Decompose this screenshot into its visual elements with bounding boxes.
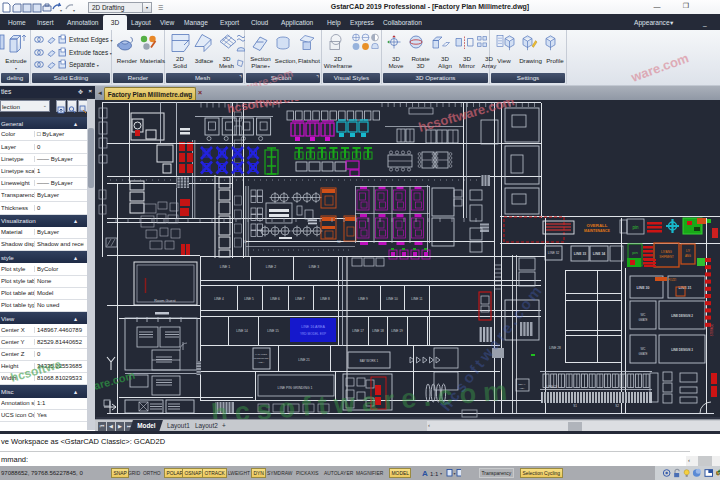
svg-text:LINE PIN GRINDING 1: LINE PIN GRINDING 1 xyxy=(278,386,313,390)
svg-text:Room Guest: Room Guest xyxy=(154,299,176,303)
svg-text:LINE 9: LINE 9 xyxy=(358,297,368,301)
svg-text:LINE 30: LINE 30 xyxy=(636,286,649,290)
svg-text:S1: S1 xyxy=(573,404,577,408)
svg-text:LINE 7: LINE 7 xyxy=(295,297,305,301)
svg-text:GMATE: GMATE xyxy=(638,318,647,322)
svg-text:LINE 17: LINE 17 xyxy=(352,329,364,333)
svg-text:LIYANG: LIYANG xyxy=(661,250,672,254)
svg-text:LINE 5: LINE 5 xyxy=(244,297,254,301)
svg-text:PRODUCTION: PRODUCTION xyxy=(254,357,269,359)
svg-text:WC: WC xyxy=(641,313,647,317)
svg-text:pin: pin xyxy=(632,250,638,255)
svg-text:VACATION: VACATION xyxy=(255,353,267,356)
svg-text:LINE 11: LINE 11 xyxy=(411,297,423,301)
svg-text:LINE 6: LINE 6 xyxy=(270,297,280,301)
svg-text:STORAGE: STORAGE xyxy=(710,323,714,336)
svg-text:LINE 25: LINE 25 xyxy=(547,385,558,389)
svg-text:LINE 32: LINE 32 xyxy=(548,251,560,255)
svg-text:LINE 2: LINE 2 xyxy=(266,265,276,269)
svg-text:OVERALL: OVERALL xyxy=(587,223,608,228)
svg-text:LINE 15: LINE 15 xyxy=(267,329,279,333)
svg-text:▾: ▾ xyxy=(73,8,75,13)
svg-text:LINE 18: LINE 18 xyxy=(372,329,384,333)
svg-text:LINE DESIGN 2: LINE DESIGN 2 xyxy=(671,314,693,318)
svg-text:LINE 16 AREA: LINE 16 AREA xyxy=(301,325,325,329)
svg-text:pin: pin xyxy=(632,225,639,230)
svg-text:BAY WORK 1: BAY WORK 1 xyxy=(360,359,379,363)
svg-text:LIY: LIY xyxy=(686,249,690,253)
svg-text:S2: S2 xyxy=(615,404,619,408)
svg-text:A: A xyxy=(422,469,428,478)
svg-text:LINE DESIGN 3: LINE DESIGN 3 xyxy=(671,348,693,352)
svg-text:▾: ▾ xyxy=(454,471,456,476)
svg-text:LINE 1: LINE 1 xyxy=(220,265,230,269)
svg-text:▾: ▾ xyxy=(60,8,62,13)
svg-text:LINE 10: LINE 10 xyxy=(386,297,398,301)
svg-text:MAINTENANCE: MAINTENANCE xyxy=(584,229,611,233)
svg-text:LINE 34: LINE 34 xyxy=(593,252,606,256)
svg-text:WC: WC xyxy=(641,347,647,351)
svg-text:LINE 28: LINE 28 xyxy=(549,346,561,350)
svg-text:▾: ▾ xyxy=(440,471,442,476)
svg-text:LINE 21: LINE 21 xyxy=(298,358,310,362)
svg-text:LINE 19: LINE 19 xyxy=(391,329,403,333)
svg-text:1:1: 1:1 xyxy=(430,471,439,477)
svg-text:POZZI: POZZI xyxy=(668,278,676,282)
svg-text:ANG: ANG xyxy=(685,254,691,258)
svg-text:LINE 3: LINE 3 xyxy=(309,265,319,269)
svg-text:SHIPMENT: SHIPMENT xyxy=(659,255,674,259)
svg-text:YRD MODEL EXP: YRD MODEL EXP xyxy=(300,332,326,336)
svg-text:AREA: AREA xyxy=(258,361,265,364)
svg-text:LINE 33: LINE 33 xyxy=(574,252,587,256)
svg-text:LINE 4: LINE 4 xyxy=(214,297,224,301)
svg-text:GMATE: GMATE xyxy=(638,352,647,356)
svg-text:RELAX: RELAX xyxy=(518,383,526,385)
svg-text:LINE 8: LINE 8 xyxy=(320,297,330,301)
svg-text:AREA: AREA xyxy=(519,387,525,389)
svg-text:LINE 14: LINE 14 xyxy=(236,329,248,333)
